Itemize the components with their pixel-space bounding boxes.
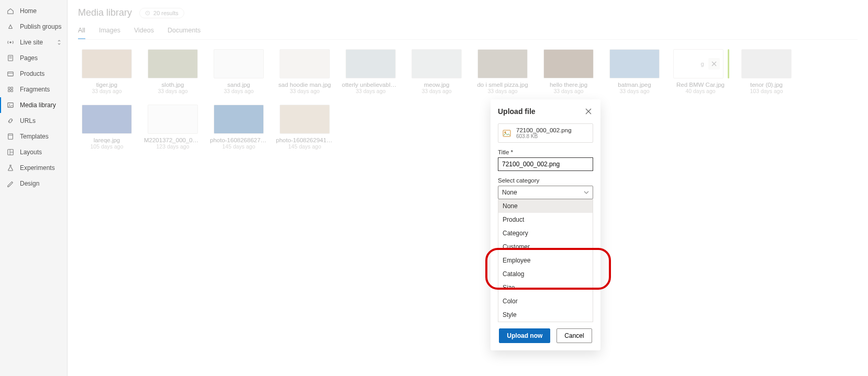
sidebar-item-fragments[interactable]: Fragments xyxy=(0,82,67,97)
chevron-down-icon xyxy=(584,190,589,195)
svg-point-4 xyxy=(9,104,10,105)
upload-dialog: Upload file 72100_000_002.png 603.8 KB T… xyxy=(491,99,600,350)
media-card[interactable]: M2201372_000_002.p...123 days ago xyxy=(144,105,202,150)
media-thumbnail[interactable] xyxy=(609,49,660,78)
tab-images[interactable]: Images xyxy=(99,24,120,39)
media-filename: otterly unbelievable.j... xyxy=(342,82,399,88)
media-thumbnail[interactable] xyxy=(741,49,792,78)
media-age: 33 days ago xyxy=(408,88,465,94)
sidebar-item-live[interactable]: Live site xyxy=(0,35,67,50)
media-thumbnail[interactable] xyxy=(214,49,264,78)
media-card[interactable]: lareqe.jpg105 days ago xyxy=(78,105,136,150)
media-card[interactable]: sad hoodie man.jpg33 days ago xyxy=(276,49,333,94)
sidebar-item-design[interactable]: Design xyxy=(0,176,67,191)
category-option[interactable]: Color xyxy=(498,294,593,308)
media-filename: M2201372_000_002.p... xyxy=(144,137,202,143)
media-filename: sloth.jpg xyxy=(144,82,202,88)
category-option[interactable]: None xyxy=(498,199,593,213)
sidebar-item-layouts[interactable]: Layouts xyxy=(0,144,67,160)
products-icon xyxy=(6,70,15,78)
media-card[interactable]: photo-160826294108...145 days ago xyxy=(276,105,333,150)
media-filename: hello there.jpg xyxy=(540,82,597,88)
category-option[interactable]: Category xyxy=(498,226,593,240)
category-select[interactable]: None xyxy=(498,186,593,199)
media-card[interactable]: do i smell pizza.jpg33 days ago xyxy=(474,49,531,94)
results-badge-text: 20 results xyxy=(153,10,179,16)
category-option[interactable]: Employee xyxy=(498,254,593,267)
title-field[interactable] xyxy=(498,157,593,171)
category-dropdown: NoneProductCategoryCustomerEmployeeCatal… xyxy=(498,199,593,322)
media-age: 145 days ago xyxy=(210,143,268,150)
media-thumbnail[interactable] xyxy=(148,49,198,78)
media-thumbnail[interactable] xyxy=(148,105,198,134)
upload-now-button[interactable]: Upload now xyxy=(499,328,550,343)
media-card[interactable]: sloth.jpg33 days ago xyxy=(144,49,202,94)
media-filename: Red BMW Car.jpg xyxy=(672,82,729,88)
media-filename: photo-160826294108... xyxy=(276,137,333,143)
media-thumbnail[interactable] xyxy=(411,49,462,78)
category-option[interactable]: Product xyxy=(498,213,593,226)
media-card[interactable]: gRed BMW Car.jpg40 days ago xyxy=(672,49,729,94)
media-thumbnail[interactable] xyxy=(82,49,132,78)
media-thumbnail[interactable] xyxy=(82,105,132,134)
media-card[interactable]: tenor (0).jpg103 days ago xyxy=(738,49,795,94)
pages-icon xyxy=(6,54,15,62)
updown-icon xyxy=(57,39,62,45)
sidebar-item-products[interactable]: Products xyxy=(0,66,67,82)
sidebar-item-label: Live site xyxy=(20,39,43,46)
media-age: 33 days ago xyxy=(78,88,136,94)
tab-documents[interactable]: Documents xyxy=(168,24,201,39)
sidebar-item-media[interactable]: Media library xyxy=(0,97,67,113)
home-icon xyxy=(6,7,15,15)
live-icon xyxy=(6,38,15,47)
experiments-icon xyxy=(6,164,15,172)
sidebar-item-label: Media library xyxy=(20,101,56,109)
close-icon xyxy=(585,108,592,115)
category-option[interactable]: Customer xyxy=(498,240,593,254)
media-age: 33 days ago xyxy=(606,88,663,94)
cancel-button[interactable]: Cancel xyxy=(557,328,592,343)
tab-videos[interactable]: Videos xyxy=(134,24,154,39)
templates-icon xyxy=(6,132,15,141)
dialog-close-button[interactable] xyxy=(584,107,593,116)
media-age: 33 days ago xyxy=(144,88,202,94)
urls-icon xyxy=(6,117,15,125)
media-card[interactable]: sand.jpg33 days ago xyxy=(210,49,268,94)
sidebar-item-label: Fragments xyxy=(20,86,50,93)
media-card[interactable]: meow.jpg33 days ago xyxy=(408,49,465,94)
media-age: 33 days ago xyxy=(540,88,597,94)
media-filename: batman.jpeg xyxy=(606,82,663,88)
tab-all[interactable]: All xyxy=(78,24,85,39)
media-card[interactable]: batman.jpeg33 days ago xyxy=(606,49,663,94)
sidebar-item-urls[interactable]: URLs xyxy=(0,113,67,129)
content-area: Media library 20 results AllImagesVideos… xyxy=(67,0,868,376)
svg-rect-2 xyxy=(8,72,14,76)
media-filename: tiger.jpg xyxy=(78,82,136,88)
fragments-icon xyxy=(6,85,15,94)
dialog-title: Upload file xyxy=(498,107,536,116)
media-card[interactable]: hello there.jpg33 days ago xyxy=(540,49,597,94)
media-filename: tenor (0).jpg xyxy=(738,82,795,88)
category-option[interactable]: Catalog xyxy=(498,267,593,281)
sidebar-item-publish[interactable]: Publish groups xyxy=(0,19,67,35)
sidebar-item-templates[interactable]: Templates xyxy=(0,129,67,144)
media-card[interactable]: photo-160826862760...145 days ago xyxy=(210,105,268,150)
media-thumbnail[interactable] xyxy=(280,105,330,134)
sidebar-item-home[interactable]: Home xyxy=(0,3,67,19)
sidebar-item-experiments[interactable]: Experiments xyxy=(0,160,67,176)
media-filename: lareqe.jpg xyxy=(78,137,136,143)
category-option[interactable]: Style xyxy=(498,308,593,322)
media-card[interactable]: otterly unbelievable.j...33 days ago xyxy=(342,49,399,94)
media-thumbnail[interactable] xyxy=(280,49,330,78)
sidebar-item-label: Home xyxy=(20,7,37,15)
media-thumbnail[interactable] xyxy=(543,49,594,78)
upload-dropzone[interactable]: g xyxy=(673,49,724,78)
media-thumbnail[interactable] xyxy=(214,105,264,134)
sidebar-item-pages[interactable]: Pages xyxy=(0,50,67,66)
media-card[interactable]: tiger.jpg33 days ago xyxy=(78,49,136,94)
close-icon xyxy=(711,61,717,66)
media-thumbnail[interactable] xyxy=(346,49,396,78)
media-thumbnail[interactable] xyxy=(477,49,528,78)
remove-upload-button[interactable] xyxy=(708,58,720,70)
category-option[interactable]: Size xyxy=(498,281,593,294)
